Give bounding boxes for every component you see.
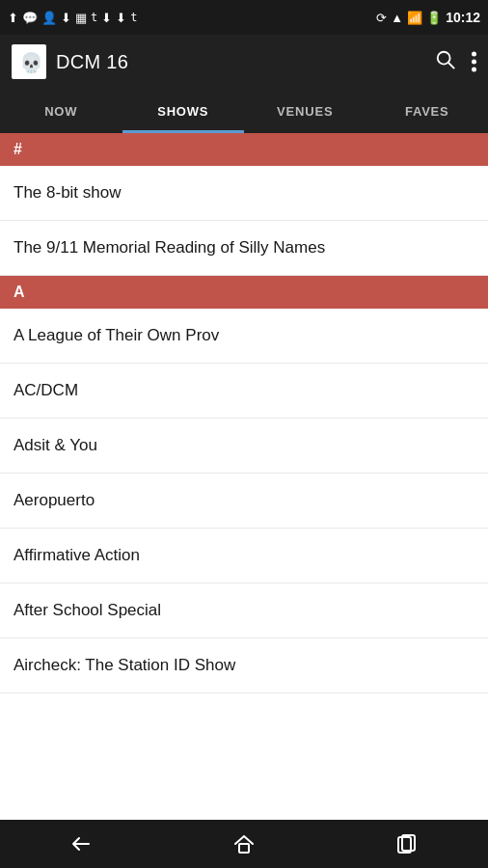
- tab-now[interactable]: NOW: [0, 89, 122, 133]
- list-item-after-school-special[interactable]: After School Special: [0, 583, 488, 638]
- tab-shows[interactable]: SHOWS: [122, 89, 245, 133]
- section-header-a: A: [0, 276, 488, 309]
- svg-point-6: [472, 68, 476, 72]
- toolbar-title: DCM 16: [56, 51, 128, 73]
- tabs: NOW SHOWS VENUES FAVES: [0, 89, 488, 133]
- more-options-icon[interactable]: [472, 48, 476, 75]
- list-item[interactable]: Aeropuerto: [0, 474, 488, 529]
- wifi-icon: ▲: [391, 11, 403, 25]
- status-bar: ⬆ 💬 👤 ⬇ ▦ t ⬇ ⬇ t ⟳ ▲ 📶 🔋 10:12: [0, 0, 488, 35]
- back-button[interactable]: [52, 825, 110, 863]
- tab-venues[interactable]: VENUES: [244, 89, 366, 133]
- status-icon-2: 💬: [22, 11, 38, 25]
- bottom-navigation-bar: [0, 820, 488, 868]
- list-item[interactable]: The 8-bit show: [0, 166, 488, 221]
- svg-point-2: [438, 51, 450, 64]
- status-icons-right: ⟳ ▲ 📶 🔋 10:12: [376, 10, 480, 25]
- toolbar: 💀 DCM 16: [0, 35, 488, 89]
- toolbar-right: [435, 48, 476, 75]
- list-item[interactable]: Affirmative Action: [0, 529, 488, 583]
- rotate-icon: ⟳: [376, 11, 387, 25]
- shows-list: # The 8-bit show The 9/11 Memorial Readi…: [0, 133, 488, 820]
- svg-text:💀: 💀: [19, 51, 42, 74]
- recents-button[interactable]: [378, 825, 436, 863]
- status-icons-left: ⬆ 💬 👤 ⬇ ▦ t ⬇ ⬇ t: [8, 11, 137, 25]
- skull-logo-icon: 💀: [15, 48, 42, 75]
- list-item[interactable]: A League of Their Own Prov: [0, 309, 488, 364]
- signal-icon: 📶: [407, 11, 422, 25]
- status-icon-7: ⬇: [101, 11, 112, 25]
- app-logo: 💀: [12, 44, 46, 79]
- svg-rect-7: [239, 844, 249, 853]
- list-item[interactable]: Aircheck: The Station ID Show: [0, 638, 488, 693]
- status-time: 10:12: [446, 10, 480, 25]
- list-item[interactable]: The 9/11 Memorial Reading of Silly Names: [0, 221, 488, 276]
- status-icon-6: t: [91, 11, 97, 24]
- svg-point-5: [472, 60, 476, 65]
- home-button[interactable]: [215, 825, 273, 863]
- search-icon[interactable]: [435, 49, 456, 75]
- status-icon-5: ▦: [75, 11, 87, 25]
- svg-line-3: [448, 62, 454, 68]
- tab-faves[interactable]: FAVES: [366, 89, 489, 133]
- status-icon-8: ⬇: [116, 11, 126, 25]
- status-icon-3: 👤: [41, 11, 57, 25]
- status-icon-1: ⬆: [8, 11, 18, 25]
- list-item[interactable]: Adsit & You: [0, 419, 488, 474]
- battery-icon: 🔋: [426, 11, 442, 25]
- section-header-hash: #: [0, 133, 488, 166]
- svg-point-4: [472, 52, 476, 57]
- list-item[interactable]: AC/DCM: [0, 364, 488, 419]
- toolbar-left: 💀 DCM 16: [12, 44, 128, 79]
- status-icon-4: ⬇: [61, 11, 71, 25]
- status-icon-9: t: [130, 11, 137, 24]
